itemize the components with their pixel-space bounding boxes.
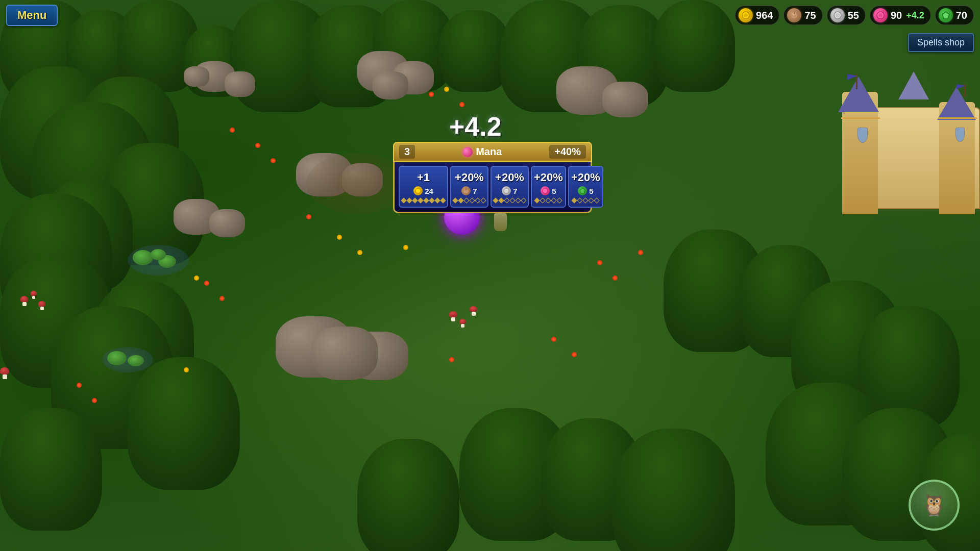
spell-mana-label: Mana bbox=[462, 146, 502, 158]
spell-card-5-value: +20% bbox=[571, 171, 600, 184]
diamond bbox=[458, 197, 463, 203]
flower bbox=[551, 337, 556, 342]
flower bbox=[77, 383, 82, 388]
flower bbox=[271, 158, 276, 163]
diamond bbox=[589, 197, 594, 203]
lily-pad bbox=[128, 355, 144, 366]
diamond bbox=[583, 197, 589, 203]
spell-card-2-value: +20% bbox=[453, 171, 485, 184]
diamond bbox=[557, 197, 562, 203]
svg-point-6 bbox=[836, 13, 840, 17]
diamond bbox=[572, 197, 577, 203]
cost-icon-mana bbox=[541, 186, 550, 195]
spell-card-1-value: +1 bbox=[402, 171, 445, 184]
flower bbox=[255, 143, 260, 148]
spell-card-1[interactable]: +1 24 bbox=[399, 166, 448, 208]
spells-shop-button[interactable]: Spells shop bbox=[908, 33, 974, 52]
top-hud: Menu 964 75 55 bbox=[0, 0, 980, 31]
flower bbox=[449, 357, 454, 362]
diamond bbox=[480, 197, 486, 203]
spell-card-2[interactable]: +20% 7 bbox=[450, 166, 488, 208]
flower bbox=[597, 260, 602, 265]
flower bbox=[204, 281, 209, 286]
gem-icon bbox=[939, 8, 953, 22]
diamond bbox=[452, 197, 458, 203]
diamond bbox=[577, 197, 583, 203]
spell-bonus: +40% bbox=[549, 145, 586, 159]
mana-icon bbox=[873, 8, 888, 22]
mana-counter: 90 +4.2 bbox=[870, 6, 931, 25]
rock bbox=[184, 66, 209, 87]
mana-value: 90 bbox=[891, 10, 902, 21]
gold-icon bbox=[739, 8, 753, 22]
tree bbox=[357, 439, 459, 551]
cost-4-value: 5 bbox=[552, 187, 556, 195]
spell-card-3-value: +20% bbox=[494, 171, 526, 184]
rock bbox=[209, 209, 245, 237]
mana-dot-icon bbox=[462, 147, 473, 157]
cost-5-value: 5 bbox=[589, 187, 593, 195]
mushroom-cluster bbox=[38, 301, 45, 310]
spell-card-4[interactable]: +20% 5 bbox=[531, 166, 566, 208]
cost-icon-gold bbox=[413, 186, 423, 195]
mushroom-cluster bbox=[20, 296, 28, 306]
diamond bbox=[418, 197, 423, 203]
spell-card-5[interactable]: +20% 5 bbox=[568, 166, 603, 208]
tree bbox=[612, 429, 735, 551]
flower bbox=[230, 128, 235, 133]
flower bbox=[572, 352, 577, 357]
lily-pad bbox=[151, 249, 166, 260]
flower bbox=[337, 235, 342, 240]
svg-marker-16 bbox=[580, 188, 585, 193]
tree bbox=[0, 408, 102, 531]
diamond bbox=[469, 197, 475, 203]
lily-pad bbox=[107, 351, 127, 365]
svg-point-1 bbox=[744, 13, 748, 17]
food-counter: 75 bbox=[783, 6, 822, 25]
tree bbox=[128, 357, 240, 490]
menu-button[interactable]: Menu bbox=[6, 5, 58, 26]
rock bbox=[311, 327, 378, 380]
rock bbox=[373, 71, 408, 99]
mushroom-cluster bbox=[459, 319, 466, 328]
cost-icon-food bbox=[461, 186, 471, 195]
diamond bbox=[463, 197, 469, 203]
flower bbox=[429, 92, 434, 97]
mushroom-cluster bbox=[0, 367, 9, 379]
flower bbox=[92, 398, 97, 403]
diamond bbox=[504, 197, 509, 203]
gold-counter: 964 bbox=[735, 6, 779, 25]
svg-point-8 bbox=[878, 13, 883, 17]
gold-value: 964 bbox=[756, 10, 773, 21]
svg-point-15 bbox=[543, 188, 548, 193]
spell-card-4-value: +20% bbox=[534, 171, 563, 184]
svg-rect-13 bbox=[465, 188, 467, 190]
spell-card-1-cost: 24 bbox=[402, 186, 445, 195]
flower bbox=[306, 214, 311, 219]
spell-card-3[interactable]: +20% 7 bbox=[491, 166, 529, 208]
rock bbox=[225, 71, 255, 97]
food-value: 75 bbox=[804, 10, 816, 21]
diamond bbox=[493, 197, 498, 203]
svg-rect-4 bbox=[794, 12, 795, 14]
gem-value: 70 bbox=[956, 10, 967, 21]
diamond bbox=[429, 197, 434, 203]
flower bbox=[612, 276, 618, 281]
silver-value: 55 bbox=[848, 10, 859, 21]
spell-card-5-cost: 5 bbox=[571, 186, 600, 195]
mana-bonus: +4.2 bbox=[906, 10, 924, 21]
silver-icon bbox=[830, 8, 845, 22]
rock bbox=[602, 82, 648, 117]
card-3-diamonds bbox=[494, 198, 526, 203]
diamond bbox=[434, 197, 440, 203]
spell-card-3-cost: 7 bbox=[494, 186, 526, 195]
diamond bbox=[498, 197, 504, 203]
diamond bbox=[509, 197, 515, 203]
spell-cards-container: +1 24 +20% bbox=[393, 162, 592, 213]
svg-point-14 bbox=[504, 188, 509, 193]
mushroom-cluster bbox=[31, 291, 37, 299]
card-4-diamonds bbox=[534, 198, 563, 203]
card-1-diamonds bbox=[402, 198, 445, 203]
diamond bbox=[440, 197, 446, 203]
flower bbox=[638, 250, 643, 255]
